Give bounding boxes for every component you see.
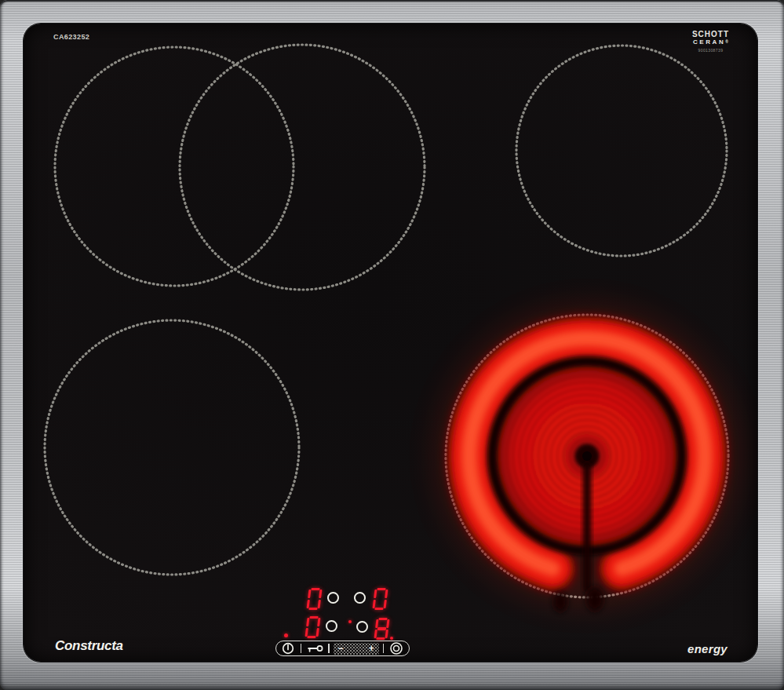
ceran-glass-surface: CA623252 SCHOTT CERAN® 9001308739 <box>24 24 757 662</box>
schott-logo-line1: SCHOTT <box>692 31 729 38</box>
display-back-left <box>306 588 322 610</box>
zone-marking-back-left-roaster-right <box>180 45 425 290</box>
stem-base-shadow <box>586 586 603 612</box>
zone-indicator-ring-front-right <box>356 621 368 633</box>
strip-divider <box>383 644 384 653</box>
zone-marking-back-right <box>516 46 727 256</box>
model-number: CA623252 <box>53 33 89 41</box>
display-front-right-decimal-dot <box>390 637 393 640</box>
dual-zone-button[interactable] <box>389 641 403 655</box>
decrease-button[interactable]: − <box>338 644 344 653</box>
cooking-zones-graphic <box>24 24 757 662</box>
constructa-logo: Constructa <box>55 638 123 654</box>
cable-shadow <box>553 592 567 612</box>
thermostat-stem-shadow <box>583 462 591 592</box>
strip-divider <box>301 644 301 653</box>
power-icon <box>283 644 294 654</box>
key-icon <box>308 646 322 652</box>
strip-divider <box>328 644 329 653</box>
power-button[interactable] <box>282 642 294 655</box>
schott-logo-line2: CERAN® <box>692 39 729 46</box>
heating-element-active-front-right <box>434 303 740 612</box>
registered-mark: ® <box>725 39 728 44</box>
display-front-right <box>374 618 389 640</box>
front-right-active-dot <box>348 620 352 623</box>
zone-indicator-ring-back-left <box>327 592 339 604</box>
zone-marking-back-left-roaster-left <box>55 47 294 286</box>
dual-circle-icon <box>391 643 402 654</box>
power-level-slider[interactable]: − + <box>334 643 379 655</box>
power-indicator-dot <box>284 633 288 637</box>
glass-serial-number: 9001308739 <box>692 49 729 53</box>
energy-badge: energy <box>687 642 727 655</box>
schott-ceran-logo: SCHOTT CERAN® 9001308739 <box>692 31 729 53</box>
zone-indicator-ring-back-right <box>354 592 366 604</box>
control-strip: − + <box>275 641 410 656</box>
display-front-left <box>304 616 320 638</box>
zone-indicator-ring-front-left <box>326 620 337 632</box>
zone-marking-front-left <box>45 320 299 575</box>
element-center-dot <box>582 451 592 461</box>
increase-button[interactable]: + <box>369 644 374 653</box>
cooktop-stainless-frame: CA623252 SCHOTT CERAN® 9001308739 <box>0 0 784 690</box>
child-lock-button[interactable] <box>307 642 324 655</box>
display-back-right <box>372 588 388 610</box>
